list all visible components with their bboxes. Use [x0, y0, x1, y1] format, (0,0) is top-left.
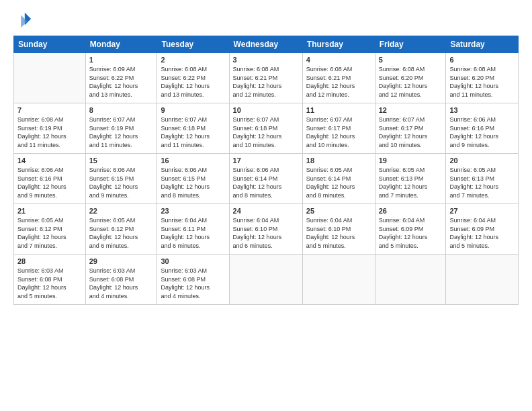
day-number: 5	[379, 56, 443, 64]
day-number: 28	[17, 257, 82, 265]
calendar-cell: 1Sunrise: 6:09 AMSunset: 6:22 PMDaylight…	[85, 53, 157, 103]
calendar-cell: 13Sunrise: 6:06 AMSunset: 6:16 PMDayligh…	[446, 103, 519, 154]
calendar-cell: 22Sunrise: 6:05 AMSunset: 6:12 PMDayligh…	[85, 204, 157, 255]
calendar-cell: 19Sunrise: 6:05 AMSunset: 6:13 PMDayligh…	[375, 154, 446, 204]
weekday-header-sunday: Sunday	[14, 36, 86, 53]
calendar-cell: 4Sunrise: 6:08 AMSunset: 6:21 PMDaylight…	[302, 53, 375, 103]
calendar-cell: 23Sunrise: 6:04 AMSunset: 6:11 PMDayligh…	[157, 204, 229, 255]
day-info: Sunrise: 6:03 AMSunset: 6:08 PMDaylight:…	[161, 267, 225, 300]
calendar-cell: 9Sunrise: 6:07 AMSunset: 6:18 PMDaylight…	[157, 103, 229, 154]
calendar-cell: 11Sunrise: 6:07 AMSunset: 6:17 PMDayligh…	[302, 103, 375, 154]
day-number: 11	[306, 106, 371, 114]
day-info: Sunrise: 6:06 AMSunset: 6:15 PMDaylight:…	[161, 166, 225, 199]
svg-marker-0	[25, 13, 31, 26]
day-info: Sunrise: 6:08 AMSunset: 6:21 PMDaylight:…	[306, 65, 371, 99]
calendar-cell: 27Sunrise: 6:04 AMSunset: 6:09 PMDayligh…	[446, 204, 519, 255]
day-info: Sunrise: 6:09 AMSunset: 6:22 PMDaylight:…	[89, 65, 154, 99]
calendar-cell: 2Sunrise: 6:08 AMSunset: 6:22 PMDaylight…	[157, 53, 229, 103]
page: SundayMondayTuesdayWednesdayThursdayFrid…	[0, 0, 532, 411]
day-number: 9	[161, 106, 225, 114]
day-info: Sunrise: 6:08 AMSunset: 6:20 PMDaylight:…	[449, 65, 515, 99]
day-info: Sunrise: 6:07 AMSunset: 6:18 PMDaylight:…	[233, 116, 299, 149]
day-number: 24	[233, 207, 299, 215]
day-number: 8	[89, 106, 154, 114]
day-number: 26	[379, 207, 443, 215]
day-number: 10	[233, 106, 299, 114]
weekday-header-thursday: Thursday	[302, 36, 375, 53]
calendar-cell	[375, 255, 446, 305]
day-info: Sunrise: 6:04 AMSunset: 6:10 PMDaylight:…	[306, 216, 371, 250]
day-info: Sunrise: 6:06 AMSunset: 6:15 PMDaylight:…	[89, 166, 154, 199]
calendar-cell	[229, 255, 302, 305]
day-number: 12	[379, 106, 443, 114]
day-info: Sunrise: 6:08 AMSunset: 6:20 PMDaylight:…	[379, 65, 443, 99]
day-number: 18	[306, 156, 371, 165]
day-number: 30	[161, 257, 225, 265]
day-number: 4	[306, 56, 371, 64]
day-info: Sunrise: 6:03 AMSunset: 6:08 PMDaylight:…	[89, 267, 154, 300]
day-info: Sunrise: 6:04 AMSunset: 6:09 PMDaylight:…	[379, 216, 443, 250]
day-info: Sunrise: 6:05 AMSunset: 6:13 PMDaylight:…	[379, 166, 443, 199]
day-number: 20	[449, 156, 515, 165]
day-number: 2	[161, 56, 225, 64]
day-number: 17	[233, 156, 299, 165]
day-info: Sunrise: 6:07 AMSunset: 6:17 PMDaylight:…	[379, 116, 443, 149]
calendar-cell: 8Sunrise: 6:07 AMSunset: 6:19 PMDaylight…	[85, 103, 157, 154]
calendar-cell: 21Sunrise: 6:05 AMSunset: 6:12 PMDayligh…	[14, 204, 86, 255]
weekday-header-saturday: Saturday	[446, 36, 519, 53]
calendar-cell	[302, 255, 375, 305]
logo	[13, 10, 35, 29]
calendar-cell: 5Sunrise: 6:08 AMSunset: 6:20 PMDaylight…	[375, 53, 446, 103]
calendar-cell: 15Sunrise: 6:06 AMSunset: 6:15 PMDayligh…	[85, 154, 157, 204]
calendar: SundayMondayTuesdayWednesdayThursdayFrid…	[13, 36, 519, 305]
day-info: Sunrise: 6:07 AMSunset: 6:17 PMDaylight:…	[306, 116, 371, 149]
day-info: Sunrise: 6:03 AMSunset: 6:08 PMDaylight:…	[17, 267, 82, 300]
calendar-cell: 17Sunrise: 6:06 AMSunset: 6:14 PMDayligh…	[229, 154, 302, 204]
day-info: Sunrise: 6:04 AMSunset: 6:10 PMDaylight:…	[233, 216, 299, 250]
day-info: Sunrise: 6:07 AMSunset: 6:19 PMDaylight:…	[89, 116, 154, 149]
calendar-cell: 26Sunrise: 6:04 AMSunset: 6:09 PMDayligh…	[375, 204, 446, 255]
day-number: 1	[89, 56, 154, 64]
weekday-header-row: SundayMondayTuesdayWednesdayThursdayFrid…	[14, 36, 519, 53]
week-row-2: 7Sunrise: 6:08 AMSunset: 6:19 PMDaylight…	[14, 103, 519, 154]
weekday-header-tuesday: Tuesday	[157, 36, 229, 53]
day-number: 23	[161, 207, 225, 215]
day-info: Sunrise: 6:05 AMSunset: 6:12 PMDaylight:…	[89, 216, 154, 250]
calendar-cell: 14Sunrise: 6:06 AMSunset: 6:16 PMDayligh…	[14, 154, 86, 204]
day-number: 29	[89, 257, 154, 265]
week-row-5: 28Sunrise: 6:03 AMSunset: 6:08 PMDayligh…	[14, 255, 519, 305]
day-number: 6	[449, 56, 515, 64]
calendar-cell: 16Sunrise: 6:06 AMSunset: 6:15 PMDayligh…	[157, 154, 229, 204]
calendar-cell: 7Sunrise: 6:08 AMSunset: 6:19 PMDaylight…	[14, 103, 86, 154]
day-number: 21	[17, 207, 82, 215]
weekday-header-wednesday: Wednesday	[229, 36, 302, 53]
day-number: 7	[17, 106, 82, 114]
day-info: Sunrise: 6:06 AMSunset: 6:14 PMDaylight:…	[233, 166, 299, 199]
weekday-header-friday: Friday	[375, 36, 446, 53]
day-number: 22	[89, 207, 154, 215]
day-number: 13	[449, 106, 515, 114]
calendar-cell: 3Sunrise: 6:08 AMSunset: 6:21 PMDaylight…	[229, 53, 302, 103]
day-number: 15	[89, 156, 154, 165]
calendar-cell: 24Sunrise: 6:04 AMSunset: 6:10 PMDayligh…	[229, 204, 302, 255]
day-number: 19	[379, 156, 443, 165]
calendar-cell: 12Sunrise: 6:07 AMSunset: 6:17 PMDayligh…	[375, 103, 446, 154]
calendar-cell: 29Sunrise: 6:03 AMSunset: 6:08 PMDayligh…	[85, 255, 157, 305]
day-info: Sunrise: 6:06 AMSunset: 6:16 PMDaylight:…	[17, 166, 82, 199]
week-row-4: 21Sunrise: 6:05 AMSunset: 6:12 PMDayligh…	[14, 204, 519, 255]
day-info: Sunrise: 6:08 AMSunset: 6:19 PMDaylight:…	[17, 116, 82, 149]
day-number: 3	[233, 56, 299, 64]
day-info: Sunrise: 6:04 AMSunset: 6:11 PMDaylight:…	[161, 216, 225, 250]
day-info: Sunrise: 6:06 AMSunset: 6:16 PMDaylight:…	[449, 116, 515, 149]
day-number: 16	[161, 156, 225, 165]
weekday-header-monday: Monday	[85, 36, 157, 53]
calendar-cell: 28Sunrise: 6:03 AMSunset: 6:08 PMDayligh…	[14, 255, 86, 305]
logo-icon	[13, 10, 32, 29]
day-number: 25	[306, 207, 371, 215]
calendar-cell	[446, 255, 519, 305]
day-info: Sunrise: 6:07 AMSunset: 6:18 PMDaylight:…	[161, 116, 225, 149]
week-row-3: 14Sunrise: 6:06 AMSunset: 6:16 PMDayligh…	[14, 154, 519, 204]
day-info: Sunrise: 6:08 AMSunset: 6:21 PMDaylight:…	[233, 65, 299, 99]
calendar-cell	[14, 53, 86, 103]
day-info: Sunrise: 6:05 AMSunset: 6:14 PMDaylight:…	[306, 166, 371, 199]
